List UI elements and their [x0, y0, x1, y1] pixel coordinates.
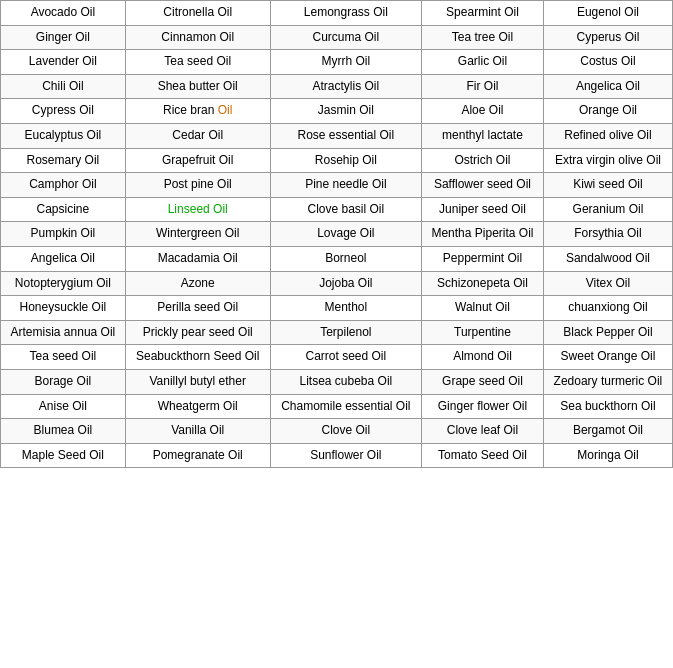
table-cell: Peppermint Oil	[422, 246, 544, 271]
table-row: Rosemary OilGrapefruit OilRosehip OilOst…	[1, 148, 673, 173]
table-cell: Rice bran Oil	[125, 99, 270, 124]
table-cell: Tea seed Oil	[125, 50, 270, 75]
table-row: Pumpkin OilWintergreen OilLovage OilMent…	[1, 222, 673, 247]
table-cell: Jasmin Oil	[270, 99, 421, 124]
table-cell: Macadamia Oil	[125, 246, 270, 271]
table-cell: Lavender Oil	[1, 50, 126, 75]
table-cell: Clove Oil	[270, 419, 421, 444]
table-cell: Cyperus Oil	[543, 25, 672, 50]
table-cell: Turpentine	[422, 320, 544, 345]
table-cell: Anise Oil	[1, 394, 126, 419]
table-cell: Rosemary Oil	[1, 148, 126, 173]
table-cell: Garlic Oil	[422, 50, 544, 75]
table-cell: Litsea cubeba Oil	[270, 369, 421, 394]
table-cell: Clove basil Oil	[270, 197, 421, 222]
table-cell: Cedar Oil	[125, 123, 270, 148]
table-row: Cypress OilRice bran OilJasmin OilAloe O…	[1, 99, 673, 124]
table-cell: Atractylis Oil	[270, 74, 421, 99]
table-cell: Forsythia Oil	[543, 222, 672, 247]
table-cell: Pine needle Oil	[270, 173, 421, 198]
table-cell: menthyl lactate	[422, 123, 544, 148]
table-cell: Chamomile essential Oil	[270, 394, 421, 419]
table-cell: Tea tree Oil	[422, 25, 544, 50]
table-cell: Camphor Oil	[1, 173, 126, 198]
table-cell: Post pine Oil	[125, 173, 270, 198]
table-cell: Curcuma Oil	[270, 25, 421, 50]
table-cell: Tomato Seed Oil	[422, 443, 544, 468]
table-cell: Spearmint Oil	[422, 1, 544, 26]
table-cell: Mentha Piperita Oil	[422, 222, 544, 247]
table-cell: Linseed Oil	[125, 197, 270, 222]
table-cell: Grape seed Oil	[422, 369, 544, 394]
table-cell: Extra virgin olive Oil	[543, 148, 672, 173]
table-cell: Borage Oil	[1, 369, 126, 394]
table-cell: Ginger Oil	[1, 25, 126, 50]
table-cell: Notopterygium Oil	[1, 271, 126, 296]
table-cell: Walnut Oil	[422, 296, 544, 321]
table-cell: Ginger flower Oil	[422, 394, 544, 419]
table-cell: Eucalyptus Oil	[1, 123, 126, 148]
table-cell: Grapefruit Oil	[125, 148, 270, 173]
table-cell: Refined olive Oil	[543, 123, 672, 148]
table-cell: Chili Oil	[1, 74, 126, 99]
table-cell: Juniper seed Oil	[422, 197, 544, 222]
table-cell: Black Pepper Oil	[543, 320, 672, 345]
table-cell: Bergamot Oil	[543, 419, 672, 444]
table-cell: Kiwi seed Oil	[543, 173, 672, 198]
table-cell: Perilla seed Oil	[125, 296, 270, 321]
table-cell: Vanillyl butyl ether	[125, 369, 270, 394]
table-cell: Lovage Oil	[270, 222, 421, 247]
table-cell: Wheatgerm Oil	[125, 394, 270, 419]
table-cell: Rose essential Oil	[270, 123, 421, 148]
table-cell: Tea seed Oil	[1, 345, 126, 370]
table-cell: Safflower seed Oil	[422, 173, 544, 198]
table-cell: Pumpkin Oil	[1, 222, 126, 247]
table-cell: Jojoba Oil	[270, 271, 421, 296]
table-cell: Almond Oil	[422, 345, 544, 370]
table-row: Camphor OilPost pine OilPine needle OilS…	[1, 173, 673, 198]
table-cell: Terpilenol	[270, 320, 421, 345]
table-row: Angelica OilMacadamia OilBorneolPeppermi…	[1, 246, 673, 271]
table-cell: Seabuckthorn Seed Oil	[125, 345, 270, 370]
table-cell: Costus Oil	[543, 50, 672, 75]
table-cell: Borneol	[270, 246, 421, 271]
table-cell: Carrot seed Oil	[270, 345, 421, 370]
table-cell: Angelica Oil	[1, 246, 126, 271]
table-cell: Sweet Orange Oil	[543, 345, 672, 370]
table-cell: Lemongrass Oil	[270, 1, 421, 26]
table-row: Honeysuckle OilPerilla seed OilMentholWa…	[1, 296, 673, 321]
table-row: Artemisia annua OilPrickly pear seed Oil…	[1, 320, 673, 345]
table-row: CapsicineLinseed OilClove basil OilJunip…	[1, 197, 673, 222]
table-cell: chuanxiong Oil	[543, 296, 672, 321]
table-cell: Vitex Oil	[543, 271, 672, 296]
table-row: Anise OilWheatgerm OilChamomile essentia…	[1, 394, 673, 419]
table-cell: Aloe Oil	[422, 99, 544, 124]
table-cell: Citronella Oil	[125, 1, 270, 26]
table-cell: Sunflower Oil	[270, 443, 421, 468]
table-row: Chili OilShea butter OilAtractylis OilFi…	[1, 74, 673, 99]
table-row: Blumea OilVanilla OilClove OilClove leaf…	[1, 419, 673, 444]
table-cell: Artemisia annua Oil	[1, 320, 126, 345]
table-cell: Cinnamon Oil	[125, 25, 270, 50]
table-cell: Orange Oil	[543, 99, 672, 124]
table-cell: Rosehip Oil	[270, 148, 421, 173]
table-cell: Zedoary turmeric Oil	[543, 369, 672, 394]
table-cell: Honeysuckle Oil	[1, 296, 126, 321]
table-cell: Geranium Oil	[543, 197, 672, 222]
table-row: Ginger OilCinnamon OilCurcuma OilTea tre…	[1, 25, 673, 50]
table-cell: Angelica Oil	[543, 74, 672, 99]
table-cell: Sandalwood Oil	[543, 246, 672, 271]
table-cell: Schizonepeta Oil	[422, 271, 544, 296]
table-cell: Blumea Oil	[1, 419, 126, 444]
table-row: Borage OilVanillyl butyl etherLitsea cub…	[1, 369, 673, 394]
table-cell: Eugenol Oil	[543, 1, 672, 26]
table-cell: Menthol	[270, 296, 421, 321]
table-cell: Pomegranate Oil	[125, 443, 270, 468]
table-row: Eucalyptus OilCedar OilRose essential Oi…	[1, 123, 673, 148]
table-row: Tea seed OilSeabuckthorn Seed OilCarrot …	[1, 345, 673, 370]
table-cell: Azone	[125, 271, 270, 296]
table-row: Notopterygium OilAzoneJojoba OilSchizone…	[1, 271, 673, 296]
table-cell: Prickly pear seed Oil	[125, 320, 270, 345]
table-cell: Fir Oil	[422, 74, 544, 99]
table-cell: Avocado Oil	[1, 1, 126, 26]
